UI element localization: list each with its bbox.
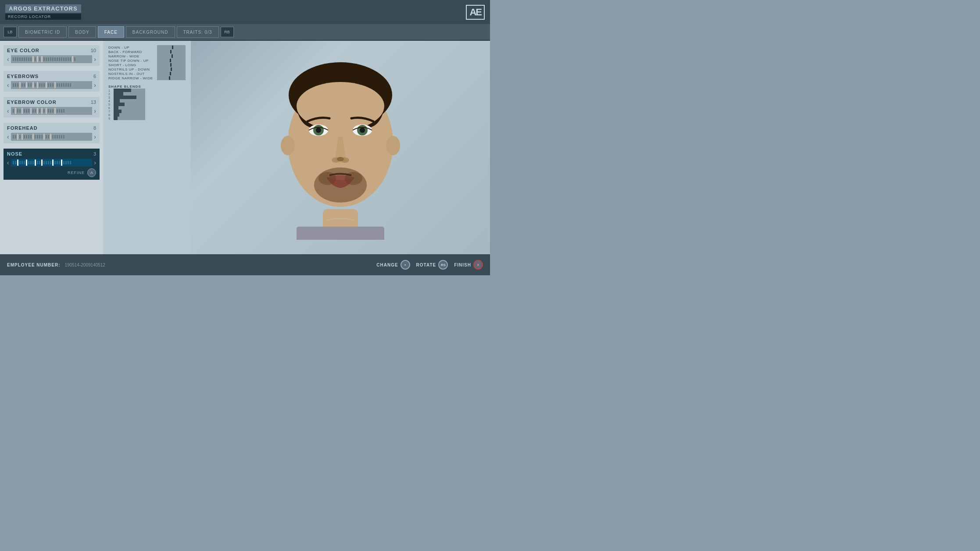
adj-label: NARROW - WIDE — [108, 54, 154, 58]
change-label: CHANGE — [376, 263, 398, 267]
blend-fill — [114, 113, 119, 117]
eyebrows-label: EYEBROWS — [7, 74, 39, 79]
eyebrows-next[interactable]: › — [94, 82, 96, 88]
option-eyebrows[interactable]: EYEBROWS 6 ‹ — [4, 71, 100, 92]
blend-bar[interactable] — [114, 117, 145, 120]
blend-num: 9 — [108, 117, 112, 120]
adj-track[interactable] — [157, 76, 186, 80]
eye-color-prev[interactable]: ‹ — [7, 56, 9, 62]
blend-bar[interactable] — [114, 110, 145, 113]
svg-point-14 — [316, 128, 321, 133]
refine-label: REFINE — [68, 171, 85, 175]
finish-button[interactable]: X — [473, 260, 483, 270]
adj-thumb — [170, 59, 171, 62]
tab-bar: LB BIOMETRIC ID BODY FACE BACKGROUND TRA… — [0, 24, 490, 41]
blend-bar[interactable] — [114, 89, 145, 92]
adj-slider-row: NOSTRILS UP - DOWN — [108, 67, 186, 71]
eyebrow-color-track — [11, 107, 93, 115]
adj-track[interactable] — [157, 54, 186, 58]
lb-button[interactable]: LB — [4, 27, 17, 37]
eye-color-track — [11, 55, 93, 63]
adj-slider-row: BACK - FORWARD — [108, 50, 186, 54]
change-action[interactable]: CHANGE + — [376, 260, 410, 270]
blend-bar[interactable] — [114, 113, 145, 117]
adj-label: SHORT - LONG — [108, 63, 154, 67]
left-panel: EYE COLOR 10 ‹ — [0, 41, 103, 254]
eyebrow-color-next[interactable]: › — [94, 108, 96, 114]
employee-number: 190514-2009140512 — [65, 263, 105, 267]
tab-background[interactable]: BACKGROUND — [126, 26, 175, 38]
change-button[interactable]: + — [401, 260, 410, 270]
blend-fill — [114, 99, 120, 103]
adj-track[interactable] — [157, 71, 186, 76]
adj-thumb — [171, 68, 172, 71]
eye-color-number: 10 — [91, 48, 96, 53]
rb-button[interactable]: RB — [221, 27, 234, 37]
blend-fill — [114, 92, 123, 96]
adj-thumb — [172, 54, 173, 58]
bottom-actions: CHANGE + ROTATE RS FINISH X — [376, 260, 483, 270]
blend-num: 3 — [108, 96, 112, 99]
adj-label: BACK - FORWARD — [108, 50, 154, 54]
shape-blends: SHAPE BLENDS 123456789 — [108, 83, 186, 120]
blend-num: 7 — [108, 110, 112, 113]
finish-label: FINISH — [454, 263, 471, 267]
adj-track[interactable] — [157, 63, 186, 67]
adj-track[interactable] — [157, 45, 186, 50]
blend-bar[interactable] — [114, 96, 145, 99]
blend-bar[interactable] — [114, 99, 145, 103]
svg-point-15 — [360, 128, 365, 133]
blend-num: 5 — [108, 103, 112, 106]
adj-thumb — [172, 46, 173, 49]
eyebrow-color-prev[interactable]: ‹ — [7, 108, 9, 114]
brand-area: ARGOS EXTRACTORS RECORD LOCATOR — [5, 4, 81, 20]
rotate-action[interactable]: ROTATE RS — [416, 260, 448, 270]
adj-track[interactable] — [157, 58, 186, 63]
eyebrow-color-number: 13 — [91, 100, 96, 105]
middle-panel: DOWN - UPBACK - FORWARDNARROW - WIDENOSE… — [103, 41, 191, 254]
adj-label: NOSTRILS IN - OUT — [108, 72, 154, 76]
tab-face[interactable]: FACE — [98, 26, 124, 38]
eye-color-next[interactable]: › — [94, 56, 96, 62]
blend-fill — [114, 110, 122, 113]
option-eye-color[interactable]: EYE COLOR 10 ‹ — [4, 45, 100, 66]
finish-action[interactable]: FINISH X — [454, 260, 483, 270]
shape-blends-title: SHAPE BLENDS — [108, 85, 186, 89]
record-locator: RECORD LOCATOR — [5, 14, 81, 20]
blend-row: 4 — [108, 99, 186, 103]
forehead-prev[interactable]: ‹ — [7, 134, 9, 140]
blend-num: 6 — [108, 107, 112, 110]
adj-track[interactable] — [157, 67, 186, 71]
eyebrow-color-label: EYEBROW COLOR — [7, 100, 57, 105]
rotate-button[interactable]: RS — [438, 260, 448, 270]
tab-biometric-id[interactable]: BIOMETRIC ID — [18, 26, 67, 38]
nose-label: NOSE — [7, 151, 22, 156]
adj-label: RIDGE NARROW - WIDE — [108, 76, 154, 80]
blend-row: 3 — [108, 96, 186, 99]
face-portrait — [191, 41, 490, 254]
blend-row: 1 — [108, 89, 186, 92]
forehead-next[interactable]: › — [94, 134, 96, 140]
eyebrows-prev[interactable]: ‹ — [7, 82, 9, 88]
blend-bar[interactable] — [114, 106, 145, 110]
blend-bar[interactable] — [114, 92, 145, 96]
blend-fill — [114, 96, 136, 99]
nose-prev[interactable]: ‹ — [7, 160, 9, 166]
brand-title: ARGOS EXTRACTORS — [5, 4, 81, 13]
adj-slider-row: DOWN - UP — [108, 45, 186, 50]
blend-row: 5 — [108, 103, 186, 106]
adj-thumb — [169, 76, 170, 80]
blend-fill — [114, 103, 125, 106]
adj-track[interactable] — [157, 50, 186, 54]
option-nose[interactable]: NOSE 3 ‹ — [4, 149, 100, 180]
option-forehead[interactable]: FOREHEAD 8 ‹ › — [4, 123, 100, 143]
refine-button[interactable]: A — [87, 168, 96, 177]
adjustment-sliders: DOWN - UPBACK - FORWARDNARROW - WIDENOSE… — [108, 45, 186, 80]
blend-bar[interactable] — [114, 103, 145, 106]
adj-slider-row: NOSTRILS IN - OUT — [108, 71, 186, 76]
tab-traits[interactable]: TRAITS: 0/3 — [177, 26, 219, 38]
option-eyebrow-color[interactable]: EYEBROW COLOR 13 ‹ — [4, 97, 100, 117]
nose-next[interactable]: › — [94, 160, 96, 166]
tab-body[interactable]: BODY — [68, 26, 96, 38]
blend-row: 9 — [108, 117, 186, 120]
